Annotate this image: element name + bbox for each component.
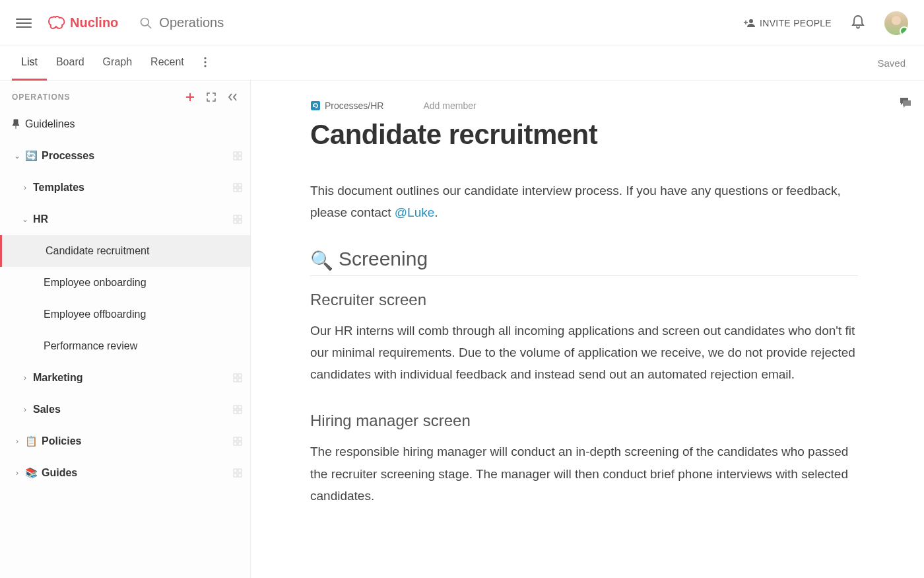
svg-rect-26 (234, 406, 237, 409)
processes-label: Processes (42, 150, 233, 162)
svg-rect-31 (238, 437, 242, 441)
hiring-manager-paragraph: The responsible hiring manager will cond… (310, 441, 858, 507)
svg-rect-33 (238, 442, 242, 445)
svg-rect-29 (238, 410, 242, 414)
content: Processes / HR Add member Candidate recr… (251, 81, 924, 578)
sidebar-item-marketing[interactable]: › Marketing (0, 362, 250, 394)
chevron-right-icon: › (20, 183, 30, 192)
pin-icon (12, 119, 20, 129)
logo[interactable]: Nuclino (48, 15, 118, 30)
saved-status: Saved (877, 57, 912, 69)
tab-list[interactable]: List (12, 46, 47, 81)
sidebar-item-guidelines[interactable]: Guidelines (0, 108, 250, 140)
tabbar: List Board Graph Recent Saved (0, 46, 924, 81)
svg-rect-17 (238, 188, 242, 192)
svg-rect-24 (234, 379, 237, 382)
invite-label: INVITE PEOPLE (760, 18, 832, 28)
sidebar-item-processes[interactable]: ⌄ 🔄 Processes (0, 140, 250, 172)
svg-rect-35 (238, 469, 242, 472)
cluster-icon (233, 468, 242, 478)
sidebar-actions (185, 92, 238, 102)
cluster-icon (233, 183, 242, 192)
expand-icon[interactable] (207, 92, 216, 102)
collapse-icon[interactable] (228, 92, 238, 102)
templates-label: Templates (33, 182, 233, 194)
refresh-icon (310, 100, 321, 111)
marketing-label: Marketing (33, 372, 233, 384)
tab-graph[interactable]: Graph (94, 46, 141, 81)
svg-rect-15 (238, 184, 242, 187)
avatar[interactable] (884, 11, 908, 35)
heading-screening: 🔍Screening (310, 248, 858, 276)
hr-label: HR (33, 213, 233, 225)
sidebar-item-sales[interactable]: › Sales (0, 394, 250, 425)
sidebar-item-guides[interactable]: › 📚 Guides (0, 457, 250, 489)
heading-hiring-manager-screen: Hiring manager screen (310, 412, 898, 430)
notifications-icon[interactable] (851, 15, 865, 32)
sales-label: Sales (33, 404, 233, 415)
sidebar-item-employee-onboarding[interactable]: Employee onboarding (0, 267, 250, 299)
search-icon[interactable] (139, 17, 152, 30)
svg-rect-12 (234, 157, 237, 160)
sidebar-item-candidate-recruitment[interactable]: Candidate recruitment (0, 235, 250, 267)
performance-label: Performance review (44, 340, 242, 352)
svg-point-7 (204, 65, 206, 67)
svg-rect-30 (234, 437, 237, 441)
tab-recent-label: Recent (150, 56, 184, 68)
search-wrap (139, 15, 744, 30)
mention-luke[interactable]: @Luke (395, 205, 435, 219)
svg-rect-11 (238, 152, 242, 155)
folder-icon: 📚 (25, 467, 38, 479)
intro-text-a: This document outlines our candidate int… (310, 184, 841, 219)
offboarding-label: Employee offboarding (44, 308, 242, 320)
chevron-right-icon: › (20, 405, 30, 414)
chevron-right-icon: › (20, 373, 30, 382)
guides-label: Guides (42, 467, 233, 479)
candidate-label: Candidate recruitment (46, 245, 242, 257)
svg-rect-18 (234, 215, 237, 219)
tab-board[interactable]: Board (47, 46, 94, 81)
svg-rect-28 (234, 410, 237, 414)
svg-rect-36 (234, 474, 237, 477)
svg-rect-22 (234, 374, 237, 377)
sidebar-header: OPERATIONS (0, 81, 250, 108)
add-member-button[interactable]: Add member (423, 100, 476, 111)
sidebar-item-hr[interactable]: ⌄ HR (0, 203, 250, 235)
folder-icon: 🔄 (25, 150, 38, 162)
comments-icon[interactable] (899, 96, 912, 108)
breadcrumb[interactable]: Processes / HR (310, 100, 383, 111)
sidebar-item-policies[interactable]: › 📋 Policies (0, 425, 250, 457)
svg-point-2 (749, 19, 753, 23)
cluster-icon (233, 215, 242, 224)
svg-point-6 (204, 61, 206, 63)
body: OPERATIONS Guidelines ⌄ 🔄 Processes › Te… (0, 81, 924, 578)
cluster-icon (233, 437, 242, 446)
brain-icon (48, 16, 66, 30)
tab-recent[interactable]: Recent (141, 46, 193, 81)
svg-rect-21 (238, 220, 242, 223)
svg-rect-10 (234, 152, 237, 155)
search-input[interactable] (159, 15, 357, 30)
sidebar-item-templates[interactable]: › Templates (0, 172, 250, 203)
svg-rect-34 (234, 469, 237, 472)
chevron-right-icon: › (12, 437, 22, 446)
svg-rect-23 (238, 374, 242, 377)
chevron-right-icon: › (12, 468, 22, 478)
sidebar-item-performance-review[interactable]: Performance review (0, 330, 250, 362)
logo-text: Nuclino (70, 15, 118, 30)
svg-line-1 (148, 24, 151, 28)
add-icon[interactable] (185, 92, 195, 102)
breadcrumb-hr: HR (370, 100, 383, 111)
onboarding-label: Employee onboarding (44, 277, 242, 289)
h2-text: Screening (339, 248, 428, 270)
topbar: Nuclino INVITE PEOPLE (0, 0, 924, 46)
svg-rect-27 (238, 406, 242, 409)
menu-icon[interactable] (16, 15, 32, 31)
svg-rect-14 (234, 184, 237, 187)
sidebar-item-employee-offboarding[interactable]: Employee offboarding (0, 299, 250, 330)
cluster-icon (233, 373, 242, 382)
policies-label: Policies (42, 435, 233, 447)
invite-icon (744, 18, 756, 28)
tab-more-icon[interactable] (197, 57, 213, 70)
invite-people-button[interactable]: INVITE PEOPLE (744, 18, 832, 28)
